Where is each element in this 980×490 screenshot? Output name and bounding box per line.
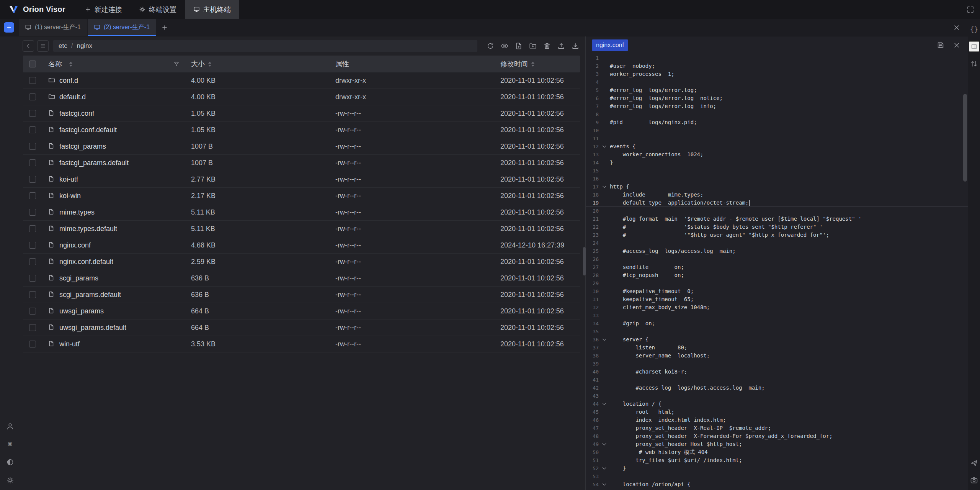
code-line[interactable]: 6 #error_log logs/error.log notice; bbox=[586, 94, 968, 102]
close-all-button[interactable] bbox=[951, 22, 962, 33]
transfer-list-button[interactable] bbox=[969, 59, 979, 69]
theme-button[interactable] bbox=[5, 457, 15, 467]
code-line[interactable]: 52 } bbox=[586, 464, 968, 472]
fold-caret-icon[interactable] bbox=[603, 402, 606, 405]
path-breadcrumb[interactable]: etc / nginx bbox=[53, 40, 477, 52]
code-line[interactable]: 18 include mime.types; bbox=[586, 191, 968, 199]
fold-caret-icon[interactable] bbox=[603, 466, 606, 470]
column-header-name[interactable]: 名称 bbox=[43, 59, 189, 69]
code-line[interactable]: 51 try_files $uri $uri/ /index.html; bbox=[586, 456, 968, 464]
code-line[interactable]: 43 bbox=[586, 392, 968, 400]
fold-caret-icon[interactable] bbox=[603, 337, 606, 341]
code-line[interactable]: 12 events { bbox=[586, 143, 968, 151]
code-line[interactable]: 19 default_type application/octet-stream… bbox=[586, 199, 968, 207]
code-line[interactable]: 23 # '"$http_user_agent" "$http_x_forwar… bbox=[586, 231, 968, 239]
code-line[interactable]: 40 #charset koi8-r; bbox=[586, 368, 968, 376]
shortcut-keys-button[interactable]: ⌘ bbox=[5, 439, 15, 449]
editor-close-button[interactable] bbox=[952, 40, 962, 50]
code-line[interactable]: 7 #error_log logs/error.log info; bbox=[586, 102, 968, 110]
fold-gutter[interactable] bbox=[599, 468, 610, 469]
code-line[interactable]: 5 #error_log logs/error.log; bbox=[586, 86, 968, 94]
row-checkbox[interactable] bbox=[29, 126, 36, 133]
panel-resize-handle[interactable] bbox=[583, 247, 586, 275]
file-row[interactable]: fastcgi.conf 1.05 KB -rw-r--r-- 2020-11-… bbox=[23, 105, 580, 122]
code-line[interactable]: 8 bbox=[586, 110, 968, 118]
code-line[interactable]: 39 bbox=[586, 360, 968, 368]
code-line[interactable]: 14 } bbox=[586, 159, 968, 167]
new-folder-button[interactable] bbox=[528, 41, 537, 51]
code-line[interactable]: 1 bbox=[586, 54, 968, 62]
file-row[interactable]: mime.types 5.11 KB -rw-r--r-- 2020-11-01… bbox=[23, 204, 580, 221]
code-line[interactable]: 24 bbox=[586, 239, 968, 247]
row-checkbox[interactable] bbox=[29, 110, 36, 117]
fold-caret-icon[interactable] bbox=[603, 482, 606, 486]
row-checkbox[interactable] bbox=[29, 77, 36, 84]
column-header-size[interactable]: 大小 bbox=[189, 59, 333, 69]
code-line[interactable]: 48 proxy_set_header X-Forwarded-For $pro… bbox=[586, 432, 968, 440]
settings-button[interactable] bbox=[5, 475, 15, 485]
code-line[interactable]: 53 bbox=[586, 472, 968, 480]
breadcrumb-root[interactable]: etc bbox=[59, 42, 67, 50]
fold-caret-icon[interactable] bbox=[603, 184, 606, 188]
row-checkbox[interactable] bbox=[29, 308, 36, 315]
row-checkbox[interactable] bbox=[29, 324, 36, 331]
row-checkbox[interactable] bbox=[29, 159, 36, 166]
row-checkbox[interactable] bbox=[29, 143, 36, 150]
fold-gutter[interactable] bbox=[599, 339, 610, 340]
file-row[interactable]: conf.d 4.00 KB drwxr-xr-x 2020-11-01 10:… bbox=[23, 72, 580, 89]
row-checkbox[interactable] bbox=[29, 341, 36, 347]
code-line[interactable]: 36 server { bbox=[586, 336, 968, 344]
row-checkbox[interactable] bbox=[29, 93, 36, 100]
code-line[interactable]: 25 #access_log logs/access.log main; bbox=[586, 247, 968, 255]
row-checkbox[interactable] bbox=[29, 275, 36, 282]
code-line[interactable]: 46 index index.html index.htm; bbox=[586, 416, 968, 424]
code-line[interactable]: 47 proxy_set_header X-Real-IP $remote_ad… bbox=[586, 424, 968, 432]
code-line[interactable]: 38 server_name localhost; bbox=[586, 352, 968, 360]
sort-mtime-icon[interactable] bbox=[531, 62, 534, 67]
upload-button[interactable] bbox=[557, 41, 566, 51]
code-line[interactable]: 26 bbox=[586, 255, 968, 263]
terminal-tab[interactable]: (2) server-生产-1 bbox=[88, 19, 156, 36]
menu-item-host-terminal[interactable]: 主机终端 bbox=[185, 0, 239, 19]
show-hidden-files-button[interactable] bbox=[500, 41, 509, 51]
code-line[interactable]: 35 bbox=[586, 328, 968, 336]
filter-icon[interactable] bbox=[173, 60, 180, 68]
list-view-button[interactable] bbox=[37, 40, 49, 52]
refresh-button[interactable] bbox=[486, 41, 495, 51]
code-line[interactable]: 27 sendfile on; bbox=[586, 263, 968, 271]
row-checkbox[interactable] bbox=[29, 176, 36, 183]
code-line[interactable]: 3 worker_processes 1; bbox=[586, 70, 968, 78]
file-row[interactable]: mime.types.default 5.11 KB -rw-r--r-- 20… bbox=[23, 221, 580, 237]
fold-caret-icon[interactable] bbox=[603, 144, 606, 148]
code-line[interactable]: 42 #access_log logs/host.access.log main… bbox=[586, 384, 968, 392]
code-line[interactable]: 16 bbox=[586, 175, 968, 183]
file-row[interactable]: koi-win 2.17 KB -rw-r--r-- 2020-11-01 10… bbox=[23, 188, 580, 204]
menu-item-new-connection[interactable]: 新建连接 bbox=[76, 0, 131, 19]
file-row[interactable]: fastcgi.conf.default 1.05 KB -rw-r--r-- … bbox=[23, 122, 580, 138]
menu-item-terminal-settings[interactable]: 终端设置 bbox=[131, 0, 185, 19]
file-row[interactable]: default.d 4.00 KB drwxr-xr-x 2020-11-01 … bbox=[23, 89, 580, 105]
file-row[interactable]: scgi_params 636 B -rw-r--r-- 2020-11-01 … bbox=[23, 270, 580, 287]
code-line[interactable]: 41 bbox=[586, 376, 968, 384]
code-line[interactable]: 32 client_max_body_size 1048m; bbox=[586, 303, 968, 311]
download-button[interactable] bbox=[571, 41, 580, 51]
add-tab-button[interactable] bbox=[158, 21, 171, 34]
code-line[interactable]: 31 keepalive_timeout 65; bbox=[586, 295, 968, 303]
new-connection-quick-button[interactable] bbox=[4, 22, 14, 33]
code-line[interactable]: 21 #log_format main '$remote_addr - $rem… bbox=[586, 215, 968, 223]
select-all-checkbox[interactable] bbox=[29, 61, 36, 67]
code-line[interactable]: 29 bbox=[586, 279, 968, 287]
fold-gutter[interactable] bbox=[599, 146, 610, 147]
row-checkbox[interactable] bbox=[29, 258, 36, 265]
code-line[interactable]: 50 # web history 模式 404 bbox=[586, 448, 968, 456]
code-line[interactable]: 54 location /orion/api { bbox=[586, 480, 968, 488]
sort-name-icon[interactable] bbox=[69, 62, 72, 67]
code-line[interactable]: 49 proxy_set_header Host $http_host; bbox=[586, 440, 968, 448]
file-row[interactable]: nginx.conf 4.68 KB -rw-r--r-- 2024-12-10… bbox=[23, 237, 580, 254]
row-checkbox[interactable] bbox=[29, 291, 36, 298]
code-line[interactable]: 45 root html; bbox=[586, 408, 968, 416]
code-line[interactable]: 33 bbox=[586, 311, 968, 320]
new-file-button[interactable] bbox=[514, 41, 523, 51]
code-line[interactable]: 15 bbox=[586, 167, 968, 175]
code-line[interactable]: 13 worker_connections 1024; bbox=[586, 151, 968, 159]
